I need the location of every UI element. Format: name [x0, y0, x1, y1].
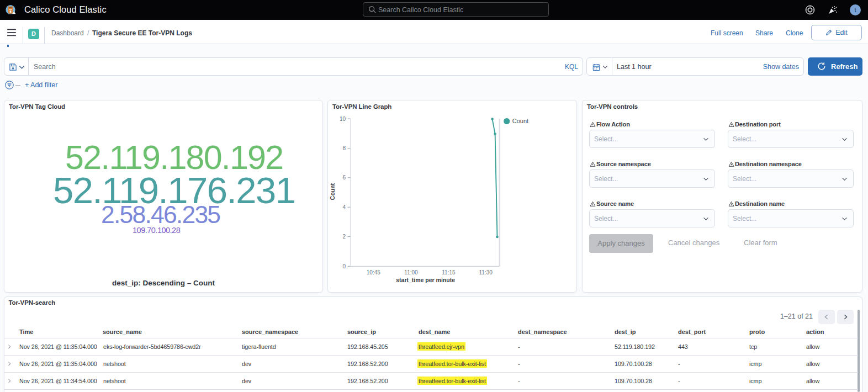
svg-text:10: 10 [340, 116, 346, 122]
svg-text:11:15: 11:15 [442, 269, 456, 276]
svg-text:6: 6 [342, 174, 346, 181]
svg-text:11:30: 11:30 [479, 269, 493, 276]
svg-text:4: 4 [342, 204, 346, 210]
svg-text:start_time per minute: start_time per minute [396, 277, 455, 283]
svg-text:11:00: 11:00 [404, 269, 418, 276]
svg-text:0: 0 [342, 263, 346, 269]
svg-text:Count: Count [329, 183, 336, 200]
svg-text:Count: Count [512, 118, 528, 124]
svg-text:10:45: 10:45 [367, 269, 380, 276]
svg-text:8: 8 [342, 145, 346, 151]
svg-text:2: 2 [342, 234, 346, 240]
